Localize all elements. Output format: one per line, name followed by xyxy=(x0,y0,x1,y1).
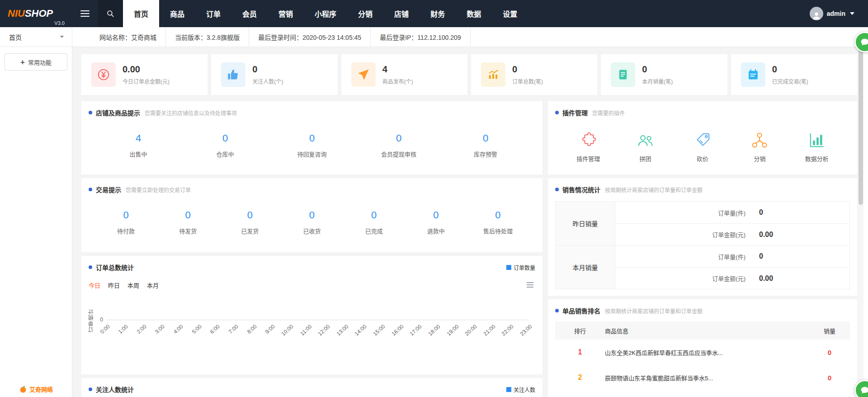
title-dot-icon xyxy=(555,309,559,312)
stat-link-value[interactable]: 0 xyxy=(495,209,500,221)
plugin-item-manager[interactable]: 插件管理 xyxy=(560,131,617,163)
y-axis-zero-label: 0 xyxy=(92,317,103,323)
main-area: 网站名称：艾奇商城 当前版本：3.2.8旗舰版 最后登录时间：2020-05-2… xyxy=(72,27,868,397)
stat-value: 0 xyxy=(512,64,543,74)
chart-toolbox-icon[interactable] xyxy=(527,282,535,288)
stat-label: 订单总数(笔) xyxy=(512,77,543,85)
quick-function-label: 常用功能 xyxy=(28,58,52,66)
table-row[interactable]: 2 辰颐物语山东羊角蜜脆甜瓜新鲜当季水5... 0 xyxy=(555,365,850,390)
stat-label: 今日订单总金额(元) xyxy=(123,77,170,85)
top-navbar: NIU SHOP V3.0 首页 商品 订单 会员 营销 小程序 分销 店铺 财… xyxy=(0,0,868,27)
brand-logo: NIU SHOP V3.0 xyxy=(0,0,72,27)
stat-link-value[interactable]: 0 xyxy=(185,209,191,221)
product-name: 辰颐物语山东羊角蜜脆甜瓜新鲜当季水5... xyxy=(605,373,809,382)
table-row[interactable]: 1 山东全美2K西瓜新鲜早春红玉西瓜应当季水... 0 xyxy=(555,340,850,365)
nav-item-orders[interactable]: 订单 xyxy=(195,0,231,27)
stat-link-value[interactable]: 0 xyxy=(396,132,401,144)
site-info-bar: 网站名称：艾奇商城 当前版本：3.2.8旗舰版 最后登录时间：2020-05-2… xyxy=(72,27,868,47)
tab-this-month[interactable]: 本月 xyxy=(147,281,159,289)
metric-value: 0 xyxy=(745,208,849,217)
nav-item-data[interactable]: 数据 xyxy=(456,0,492,27)
nav-item-finance[interactable]: 财务 xyxy=(420,0,456,27)
scrollbar-thumb[interactable] xyxy=(859,49,863,205)
tab-today[interactable]: 今日 xyxy=(89,281,100,289)
x-axis-tick-label: 16:00 xyxy=(390,323,405,337)
sales-count: 0 xyxy=(809,349,850,356)
stat-link-value[interactable]: 0 xyxy=(123,209,128,221)
orange-fruit-logo-icon xyxy=(19,385,27,393)
stat-link-value[interactable]: 4 xyxy=(136,132,141,144)
stat-label: 出售中 xyxy=(129,150,147,158)
tab-yesterday[interactable]: 昨日 xyxy=(108,281,120,289)
search-button[interactable] xyxy=(98,0,123,27)
sales-stats-card: 销售情况统计 按周期统计商家店铺的订单量和订单金额 昨日销量 订单量(件) xyxy=(548,178,857,296)
legend-label: 关注人数 xyxy=(514,386,535,393)
stat-received: 0 已收货 xyxy=(281,209,343,235)
stat-refunding: 0 退款中 xyxy=(405,209,467,235)
plugin-item-distribution[interactable]: 分销 xyxy=(731,131,788,163)
sales-group-yesterday: 昨日销量 订单量(件) 0 订单金额(元) 0.00 xyxy=(556,202,849,245)
column-header-rank: 排行 xyxy=(555,326,605,335)
x-axis-tick-label: 3:00 xyxy=(154,323,166,335)
stat-label: 已发货 xyxy=(241,227,259,235)
tab-this-week[interactable]: 本周 xyxy=(127,281,139,289)
metric-value: 0 xyxy=(745,252,849,260)
stat-link-value[interactable]: 0 xyxy=(247,209,253,221)
stat-pending-payment: 0 待付款 xyxy=(95,209,157,235)
stat-card-total-orders: 0 订单总数(笔) xyxy=(471,54,597,95)
plugin-item-data-analysis[interactable]: 数据分析 xyxy=(788,131,845,163)
nav-item-home[interactable]: 首页 xyxy=(123,0,159,27)
stat-label: 售后待处理 xyxy=(483,227,513,235)
stat-card-row: 0.00 今日订单总金额(元) 0 关注人数(个) xyxy=(81,54,857,95)
sales-group-this-month: 本月销量 订单量(件) 0 订单金额(元) 0.00 xyxy=(556,245,849,289)
user-menu[interactable]: admin xyxy=(810,0,854,27)
nav-item-members[interactable]: 会员 xyxy=(231,0,268,27)
title-dot-icon xyxy=(89,188,92,191)
order-chart-plot: 订单统计 0 0:001:002:003:004:005:006:007:008… xyxy=(81,292,542,375)
nav-item-settings[interactable]: 设置 xyxy=(492,0,528,27)
x-axis-tick-label: 20:00 xyxy=(464,323,478,337)
ranking-table-header: 排行 商品信息 销量 xyxy=(555,321,850,340)
x-axis-tick-label: 2:00 xyxy=(136,323,148,335)
site-version: 当前版本：3.2.8旗舰版 xyxy=(166,27,249,47)
chart-legend: 订单数量 xyxy=(506,264,535,271)
title-dot-icon xyxy=(89,111,92,114)
stat-link-value[interactable]: 0 xyxy=(433,209,439,221)
menu-toggle-button[interactable] xyxy=(72,0,98,27)
bill-icon xyxy=(611,62,635,87)
nav-item-miniprogram[interactable]: 小程序 xyxy=(304,0,347,27)
table-row: 订单金额(元) 0.00 xyxy=(615,267,849,289)
plugin-item-group-buy[interactable]: 拼团 xyxy=(617,131,674,163)
stat-link-value[interactable]: 0 xyxy=(222,132,228,144)
puzzle-icon xyxy=(579,131,598,150)
stat-link-value[interactable]: 0 xyxy=(371,209,377,221)
sidebar-module-select[interactable]: 首页 xyxy=(0,27,72,47)
card-subtitle: 您需要立即处理的交易订单 xyxy=(126,186,191,194)
stat-link-value[interactable]: 0 xyxy=(309,209,315,221)
group-buy-icon xyxy=(636,131,655,150)
rank-number: 1 xyxy=(555,348,605,356)
nav-item-marketing[interactable]: 营销 xyxy=(268,0,304,27)
distribution-icon xyxy=(750,131,769,150)
x-axis-tick-label: 15:00 xyxy=(372,323,387,337)
stat-label: 待付款 xyxy=(117,227,135,235)
nav-item-distribution[interactable]: 分销 xyxy=(347,0,383,27)
left-column: 店铺及商品提示 您需要关注的店铺信息以及待处理事项 4 出售中 0 xyxy=(81,101,542,397)
x-axis-tick-label: 18:00 xyxy=(427,323,442,337)
nav-item-shop[interactable]: 店铺 xyxy=(383,0,420,27)
nav-item-goods[interactable]: 商品 xyxy=(159,0,195,27)
stat-link-value[interactable]: 0 xyxy=(483,132,488,144)
stat-card-today-order-amount: 0.00 今日订单总金额(元) xyxy=(81,54,208,95)
vertical-scrollbar[interactable] xyxy=(858,47,863,397)
plugin-item-bargain[interactable]: 砍价 xyxy=(674,131,731,163)
sidebar: 首页 常用功能 艾奇网络 xyxy=(0,27,72,397)
avatar xyxy=(810,7,823,20)
card-subtitle: 您需要的插件 xyxy=(592,109,625,117)
stat-link-value[interactable]: 0 xyxy=(309,132,315,144)
stat-aftersale-pending: 0 售后待处理 xyxy=(467,209,529,235)
plugin-label: 拼团 xyxy=(640,154,651,163)
quick-function-button[interactable]: 常用功能 xyxy=(5,53,67,71)
footer-brand-name: 艾奇网络 xyxy=(29,385,53,393)
plus-icon xyxy=(20,58,25,66)
sales-stats-table: 昨日销量 订单量(件) 0 订单金额(元) 0.00 xyxy=(555,201,850,289)
